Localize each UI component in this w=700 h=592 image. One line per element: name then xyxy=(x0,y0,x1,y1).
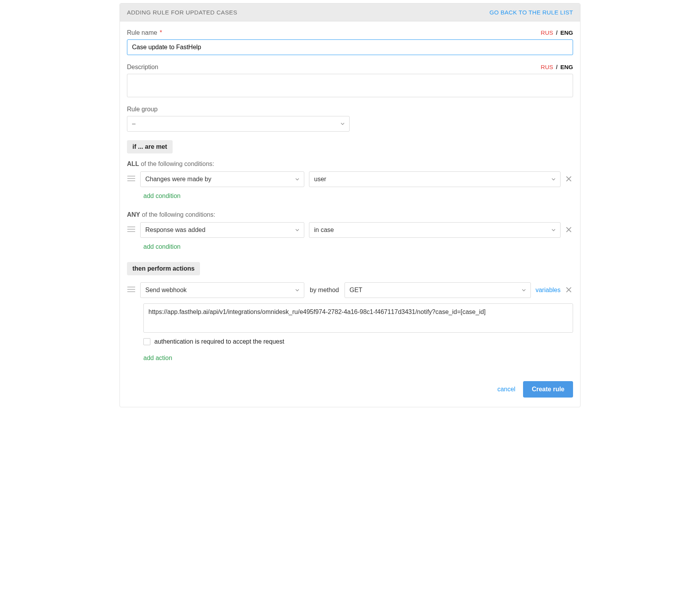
rule-name-input[interactable] xyxy=(127,39,573,55)
condition-field-select[interactable]: Changes were made by xyxy=(140,171,304,187)
description-input[interactable] xyxy=(127,74,573,97)
drag-handle-icon[interactable] xyxy=(127,286,136,294)
auth-required-label: authentication is required to accept the… xyxy=(154,338,284,345)
required-star-icon: * xyxy=(160,29,162,36)
lang-rus-button-desc[interactable]: RUS xyxy=(541,64,553,70)
action-type-select[interactable]: Send webhook xyxy=(140,282,304,298)
drag-handle-icon[interactable] xyxy=(127,175,136,184)
chevron-down-icon xyxy=(295,177,299,181)
action-type-value: Send webhook xyxy=(145,287,187,294)
condition-value: in case xyxy=(314,226,334,234)
add-action-link[interactable]: add action xyxy=(143,355,172,362)
condition-field-value: Changes were made by xyxy=(145,176,211,183)
lang-switch-desc: RUS / ENG xyxy=(541,64,573,70)
cancel-button[interactable]: cancel xyxy=(497,386,515,393)
remove-action-button[interactable] xyxy=(565,286,573,294)
create-rule-button[interactable]: Create rule xyxy=(523,381,573,398)
description-label: Description xyxy=(127,64,158,71)
lang-eng-button[interactable]: ENG xyxy=(560,29,573,36)
if-section-chip: if ... are met xyxy=(127,140,173,153)
condition-field-select[interactable]: Response was added xyxy=(140,222,304,238)
rule-group-row: Rule group – xyxy=(127,106,573,132)
rule-name-row: Rule name * RUS / ENG xyxy=(127,29,573,55)
drag-handle-icon[interactable] xyxy=(127,226,136,234)
all-conditions-label: ALL of the following conditions: xyxy=(127,160,573,168)
rule-group-label: Rule group xyxy=(127,106,157,113)
chevron-down-icon xyxy=(295,228,299,232)
method-value: GET xyxy=(350,287,362,294)
condition-value-select[interactable]: user xyxy=(309,171,561,187)
rule-name-label: Rule name xyxy=(127,29,157,36)
back-to-list-link[interactable]: GO BACK TO THE RULE LIST xyxy=(489,9,573,16)
rule-editor-panel: ADDING RULE FOR UPDATED CASES GO BACK TO… xyxy=(120,3,580,407)
rule-group-value: – xyxy=(132,120,136,127)
footer-actions: cancel Create rule xyxy=(127,373,573,398)
condition-row: Changes were made by user xyxy=(127,171,573,187)
any-conditions-group: ANY of the following conditions: Respons… xyxy=(127,211,573,254)
form-body: Rule name * RUS / ENG Description RUS / … xyxy=(120,21,580,407)
lang-rus-button[interactable]: RUS xyxy=(541,29,553,36)
add-condition-link-any[interactable]: add condition xyxy=(143,243,180,250)
panel-header: ADDING RULE FOR UPDATED CASES GO BACK TO… xyxy=(120,4,580,21)
auth-required-checkbox[interactable] xyxy=(143,338,150,345)
condition-value: user xyxy=(314,176,326,183)
description-row: Description RUS / ENG xyxy=(127,64,573,97)
chevron-down-icon xyxy=(552,228,555,232)
chevron-down-icon xyxy=(522,288,526,292)
lang-eng-button-desc[interactable]: ENG xyxy=(560,64,573,70)
method-select[interactable]: GET xyxy=(345,282,531,298)
lang-separator-desc: / xyxy=(556,64,557,70)
condition-value-select[interactable]: in case xyxy=(309,222,561,238)
actions-group: Send webhook by method GET variables xyxy=(127,282,573,366)
add-condition-link-all[interactable]: add condition xyxy=(143,193,180,200)
remove-condition-button[interactable] xyxy=(565,175,573,183)
all-conditions-group: ALL of the following conditions: Changes… xyxy=(127,160,573,203)
chevron-down-icon xyxy=(341,122,345,126)
chevron-down-icon xyxy=(295,288,299,292)
remove-condition-button[interactable] xyxy=(565,226,573,234)
condition-field-value: Response was added xyxy=(145,226,205,234)
auth-required-row: authentication is required to accept the… xyxy=(143,338,573,345)
by-method-label: by method xyxy=(309,287,340,294)
chevron-down-icon xyxy=(552,177,555,181)
condition-row: Response was added in case xyxy=(127,222,573,238)
lang-separator: / xyxy=(556,29,557,36)
action-row: Send webhook by method GET variables xyxy=(127,282,573,298)
then-section-chip: then perform actions xyxy=(127,262,200,275)
panel-title: ADDING RULE FOR UPDATED CASES xyxy=(127,9,238,16)
variables-link[interactable]: variables xyxy=(536,287,561,294)
rule-group-select[interactable]: – xyxy=(127,116,350,132)
webhook-url-input[interactable]: https://app.fasthelp.ai/api/v1/integrati… xyxy=(143,303,573,333)
any-conditions-label: ANY of the following conditions: xyxy=(127,211,573,218)
lang-switch: RUS / ENG xyxy=(541,29,573,36)
